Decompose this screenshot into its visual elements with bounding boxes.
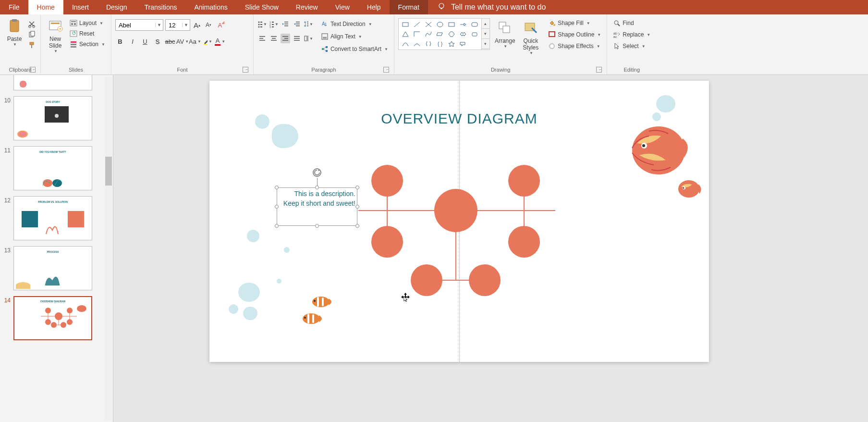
clipboard-group-label: Clipboard⌐: [4, 66, 37, 74]
align-center-button[interactable]: [269, 34, 279, 43]
resize-handle[interactable]: [315, 186, 319, 189]
align-left-button[interactable]: [257, 34, 267, 43]
shapes-gallery[interactable]: {}: [398, 18, 482, 50]
tab-format[interactable]: Format: [390, 0, 428, 14]
font-name-input[interactable]: [116, 22, 155, 29]
line-spacing-button[interactable]: ▼: [304, 19, 313, 29]
shadow-button[interactable]: S: [153, 37, 162, 46]
lightbulb-icon: [438, 2, 445, 12]
format-painter-button[interactable]: [27, 40, 37, 50]
tab-help[interactable]: Help: [358, 0, 390, 14]
svg-point-97: [67, 308, 73, 313]
shape-fill-button[interactable]: Shape Fill▼: [546, 18, 603, 28]
svg-rect-43: [307, 24, 308, 25]
font-size-combo[interactable]: ▼: [165, 19, 190, 31]
shape-effects-button[interactable]: Shape Effects▼: [546, 41, 603, 51]
font-color-button[interactable]: A▼: [215, 37, 225, 46]
italic-button[interactable]: I: [128, 37, 137, 46]
copy-button[interactable]: [27, 30, 37, 39]
group-editing: Find abacReplace▼ Select▼ Editing: [607, 14, 656, 74]
resize-handle[interactable]: [355, 205, 359, 209]
section-button[interactable]: Section▼: [68, 39, 107, 49]
reset-button[interactable]: Reset: [68, 29, 107, 38]
dialog-launcher-icon[interactable]: ⌐: [596, 67, 602, 73]
textbox-content[interactable]: This is a description. Keep it short and…: [279, 189, 355, 224]
resize-handle[interactable]: [355, 224, 359, 228]
resize-handle[interactable]: [315, 224, 319, 228]
new-slide-button[interactable]: ✦ New Slide ▼: [45, 16, 66, 55]
chevron-down-icon[interactable]: ▼: [155, 23, 163, 27]
align-right-button[interactable]: [281, 34, 290, 43]
thumbnails-scrollbar[interactable]: [104, 75, 113, 422]
select-button[interactable]: Select▼: [611, 41, 647, 51]
clear-formatting-button[interactable]: A◢: [215, 20, 225, 30]
layout-button[interactable]: Layout▼: [68, 18, 107, 28]
description-textbox[interactable]: This is a description. Keep it short and…: [277, 187, 357, 226]
decrease-indent-button[interactable]: [281, 19, 290, 29]
tell-me-search[interactable]: Tell me what you want to do: [438, 0, 546, 14]
tab-animations[interactable]: Animations: [185, 0, 236, 14]
chevron-down-icon[interactable]: ▼: [182, 23, 190, 27]
thumb-partial-9[interactable]: [3, 75, 109, 90]
highlight-button[interactable]: ▼: [203, 37, 212, 46]
convert-smartart-button[interactable]: Convert to SmartArt▼: [319, 44, 390, 54]
change-case-button[interactable]: Aa▼: [190, 37, 200, 46]
increase-font-button[interactable]: A▴: [192, 20, 202, 30]
tab-home[interactable]: Home: [28, 0, 63, 14]
tab-slideshow[interactable]: Slide Show: [236, 0, 287, 14]
underline-button[interactable]: U: [140, 37, 150, 46]
svg-rect-2: [10, 20, 19, 32]
character-spacing-button[interactable]: AV▼: [178, 37, 187, 46]
find-button[interactable]: Find: [611, 18, 636, 28]
justify-button[interactable]: [292, 34, 302, 43]
strikethrough-button[interactable]: abc: [165, 37, 175, 46]
shapes-scroll[interactable]: ▴▾▾: [482, 18, 490, 50]
replace-button[interactable]: abacReplace▼: [611, 30, 652, 39]
tab-view[interactable]: View: [327, 0, 358, 14]
quick-styles-button[interactable]: Quick Styles▼: [520, 18, 542, 57]
columns-button[interactable]: ▼: [304, 34, 313, 43]
svg-point-127: [304, 317, 306, 319]
slide[interactable]: OVERVIEW DIAGRAM: [209, 81, 709, 362]
resize-handle[interactable]: [275, 224, 279, 228]
tab-review[interactable]: Review: [287, 0, 327, 14]
align-text-button[interactable]: Align Text▼: [319, 32, 390, 41]
paste-button[interactable]: Paste ▼: [4, 16, 25, 49]
resize-handle[interactable]: [275, 186, 279, 189]
move-cursor-icon: [401, 292, 410, 303]
tab-insert[interactable]: Insert: [63, 0, 98, 14]
shape-outline-button[interactable]: Shape Outline▼: [546, 30, 603, 39]
thumb-11[interactable]: 11 DID YOU KNOW THAT?: [3, 146, 109, 190]
resize-handle[interactable]: [355, 186, 359, 189]
cut-button[interactable]: [27, 19, 37, 29]
svg-rect-71: [449, 23, 454, 26]
dialog-launcher-icon[interactable]: ⌐: [243, 67, 248, 73]
bold-button[interactable]: B: [115, 37, 125, 46]
svg-rect-1: [440, 8, 442, 9]
resize-handle[interactable]: [275, 205, 279, 209]
tab-transitions[interactable]: Transitions: [136, 0, 186, 14]
slide-canvas[interactable]: OVERVIEW DIAGRAM: [113, 75, 868, 422]
svg-text:ab: ab: [613, 32, 617, 35]
thumb-14[interactable]: 14 OVERVIEW DIAGRAM: [3, 296, 109, 340]
tab-file[interactable]: File: [0, 0, 28, 14]
svg-point-95: [45, 308, 51, 313]
numbering-button[interactable]: 123▼: [269, 19, 279, 29]
chevron-down-icon: ▼: [309, 22, 313, 26]
thumb-10[interactable]: 10 DOG STORY: [3, 96, 109, 140]
bullets-button[interactable]: ▼: [257, 19, 267, 29]
text-direction-button[interactable]: AText Direction▼: [319, 19, 390, 29]
svg-point-94: [55, 312, 62, 320]
arrange-button[interactable]: Arrange▼: [492, 18, 518, 50]
thumb-13[interactable]: 13 PROCESS: [3, 246, 109, 290]
font-name-combo[interactable]: ▼: [115, 19, 163, 31]
tab-design[interactable]: Design: [98, 0, 136, 14]
font-size-input[interactable]: [166, 22, 182, 29]
increase-indent-button[interactable]: [292, 19, 302, 29]
svg-rect-52: [284, 38, 288, 39]
thumb-12[interactable]: 12 PROBLEM VS. SOLUTION: [3, 196, 109, 240]
rotate-handle[interactable]: [313, 168, 321, 177]
decrease-font-button[interactable]: A▾: [204, 20, 213, 30]
dialog-launcher-icon[interactable]: ⌐: [30, 67, 36, 73]
dialog-launcher-icon[interactable]: ⌐: [383, 67, 389, 73]
